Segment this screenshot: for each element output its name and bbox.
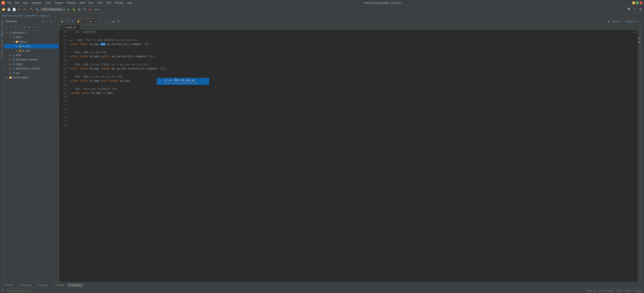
schema-dropdown[interactable]: mysql_01: [624, 20, 639, 23]
tb-user-icon: ▦: [18, 49, 22, 52]
bottom-tab-terminal[interactable]: ▸ Terminal: [35, 283, 50, 287]
open-folder-button[interactable]: 📁: [1, 7, 6, 12]
editor-sep-2: [109, 20, 110, 23]
menu-vcs[interactable]: VCS: [105, 1, 113, 5]
build-button[interactable]: 🔨: [30, 7, 34, 12]
tree-refresh-button[interactable]: ↻: [14, 25, 18, 29]
breadcrumb-localhost[interactable]: @localhost: [26, 14, 38, 17]
menu-run[interactable]: Run: [87, 1, 95, 5]
run-config-button[interactable]: ▶: [66, 7, 71, 12]
db-dropdown[interactable]: db01: [611, 20, 620, 23]
db-panel-layout-icon[interactable]: ⊞: [50, 20, 53, 23]
menu-help[interactable]: Help: [126, 1, 134, 5]
save-button[interactable]: 💾: [6, 7, 11, 12]
menu-window[interactable]: Window: [113, 1, 125, 5]
redo-button[interactable]: ↪: [22, 7, 27, 12]
autocomplete-item-column[interactable]: ◧ column db01.tb_emp.qq add qq varchar(1…: [157, 78, 209, 85]
tree-add-button[interactable]: +: [5, 25, 9, 29]
side-tab-project[interactable]: Project: [0, 19, 4, 27]
run-query-button[interactable]: ▶: [60, 19, 65, 24]
db-panel-settings-icon[interactable]: ⚙: [41, 20, 45, 23]
tree-filter-button[interactable]: ▽: [36, 25, 40, 29]
tree-item-performance-schema[interactable]: ▶ 🗄 performance_schema: [4, 66, 59, 71]
menu-refactor[interactable]: Refactor: [65, 1, 78, 5]
tab-mysql01[interactable]: ⊡ mysql_01 ×: [60, 25, 80, 30]
autocomplete-column-icon: ◧: [159, 80, 162, 83]
tree-item-server-objects[interactable]: ▶ 📁 Server Objects: [4, 75, 59, 80]
menu-edit[interactable]: Edit: [13, 1, 21, 5]
debug-button[interactable]: 🐛: [72, 7, 76, 12]
db-panel-close-icon[interactable]: ×: [54, 20, 57, 23]
layout-button[interactable]: ⊞: [116, 19, 120, 24]
help-button[interactable]: ?: [632, 7, 637, 12]
tree-item-tb-emp[interactable]: ▶ ▦ tb_emp: [4, 44, 59, 49]
tx-selector[interactable]: Tx: Auto: [83, 20, 98, 23]
run-clock-button[interactable]: ⏱: [66, 19, 70, 24]
profiler-label: Profiler: [56, 284, 64, 287]
output-button[interactable]: ▬: [111, 19, 115, 24]
toolbar-sep-2: [93, 7, 94, 12]
profile-button[interactable]: ⏱: [82, 7, 87, 12]
status-left: 🔌 Connected (today 22:13): [2, 289, 31, 292]
event-log[interactable]: Event Log: [586, 289, 597, 292]
bottom-tab-services[interactable]: ⚙ Services: [67, 283, 83, 287]
bookmark-button[interactable]: ⚡: [76, 19, 80, 24]
menu-view[interactable]: View: [21, 1, 30, 5]
tree-item-mysql[interactable]: ▶ 🗄 mysql: [4, 62, 59, 66]
side-tab-structure[interactable]: Structure: [0, 38, 4, 48]
tree-item-db01[interactable]: ▼ 🗄 db01: [4, 35, 59, 40]
autocomplete-main-text: column db01.tb_emp.qq: [164, 79, 198, 82]
tree-item-db02[interactable]: ▶ 🗄 db02: [4, 53, 59, 57]
side-panel-right: [640, 18, 644, 282]
menu-build[interactable]: Build: [78, 1, 87, 5]
settings-button[interactable]: ⚙: [638, 7, 643, 12]
search-everywhere-button[interactable]: 🔍: [627, 7, 632, 12]
coverage-button[interactable]: ⊕: [77, 7, 82, 12]
translate-button[interactable]: ⟺: [95, 7, 99, 12]
tree-item-localhost[interactable]: ▼ 🖥 @localhost 6: [4, 31, 59, 35]
information-schema-arrow: ▶: [9, 58, 12, 61]
tree-item-tables[interactable]: ▼ 📁 tables 2: [4, 40, 59, 44]
menu-tools[interactable]: Tools: [95, 1, 104, 5]
tree-item-tb-user[interactable]: ▶ ▦ tb_user: [4, 49, 59, 53]
minimize-button[interactable]: −: [632, 2, 635, 4]
add-configuration-button[interactable]: Add Configuration...: [40, 8, 66, 11]
close-button[interactable]: ×: [640, 2, 642, 4]
autocomplete-more-button[interactable]: ⋯: [204, 80, 207, 83]
toolbar: 📁 💾 📄 ↩ ↪ 🔨 🔧 Add Configuration... ▶ 🐛 ⊕…: [0, 6, 644, 13]
pin-button[interactable]: P: [71, 19, 75, 24]
title-bar: D File Edit View Navigate Code Analyze R…: [0, 0, 644, 6]
rollback-button[interactable]: ↺: [104, 19, 108, 24]
tree-table-button[interactable]: ⊟: [9, 25, 14, 29]
menu-file[interactable]: File: [6, 1, 13, 5]
tree-item-information-schema[interactable]: ▶ 🗄 information_schema: [4, 57, 59, 62]
maximize-button[interactable]: □: [636, 2, 639, 4]
menu-navigate[interactable]: Navigate: [30, 1, 43, 5]
bottom-tab-problems[interactable]: ⚠ Problems: [16, 283, 34, 287]
mysql-arrow: ▶: [9, 63, 12, 65]
tab-mysql01-close[interactable]: ×: [77, 26, 78, 28]
tree-item-sys[interactable]: ▶ 🗄 sys: [4, 71, 59, 75]
tree-grid-button[interactable]: ⊞: [23, 25, 27, 29]
menu-code[interactable]: Code: [43, 1, 52, 5]
db-panel-actions: ⚙ ≡ ⊞ ×: [41, 20, 57, 23]
db-panel-list-icon[interactable]: ≡: [45, 20, 49, 23]
breadcrumb-mysql01[interactable]: mysql_01: [40, 14, 50, 17]
bottom-tab-profiler[interactable]: ⏱ Profiler: [51, 283, 66, 287]
side-tab-favorites[interactable]: Favorites: [0, 49, 4, 59]
tree-pencil-button[interactable]: ✎: [18, 25, 22, 29]
services-label: Services: [72, 284, 81, 287]
bottom-tab-todo[interactable]: ☑ TODO: [2, 283, 16, 287]
breadcrumb-database-consoles[interactable]: Database Consoles: [2, 14, 23, 17]
new-file-button[interactable]: 📄: [12, 7, 16, 12]
side-tab-database[interactable]: Database: [0, 28, 4, 38]
tree-delete-button[interactable]: ✗: [32, 25, 36, 29]
debug-build-button[interactable]: 🔧: [35, 7, 39, 12]
autocomplete-db-table: db01.tb_emp.qq: [174, 79, 194, 82]
undo-button[interactable]: ↩: [17, 7, 22, 12]
tree-query-button[interactable]: ⊡: [27, 25, 31, 29]
code-content[interactable]: -- DDL: 修改表结构 ⚠-- 修改: 为表 tb_emp 添加字段 qq …: [69, 30, 638, 282]
commit-button[interactable]: ✓: [98, 19, 103, 24]
menu-analyze[interactable]: Analyze: [53, 1, 65, 5]
stop-button[interactable]: ■: [88, 7, 92, 12]
